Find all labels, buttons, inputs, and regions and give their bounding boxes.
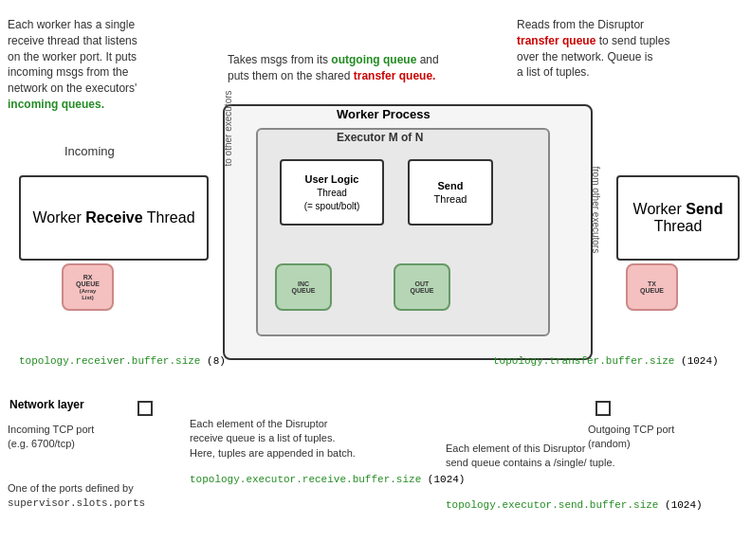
top-middle-annotation: Takes msgs from its outgoing queue and p… — [228, 52, 512, 84]
user-logic-title: User Logic — [305, 173, 359, 185]
disruptor-receive-note: Each element of the Disruptor receive qu… — [190, 417, 427, 461]
worker-send-box: Worker Send Thread — [616, 175, 740, 261]
top-right-annotation: Reads from the Disruptor transfer queue … — [517, 17, 744, 81]
from-other-executors-label: from other executors — [591, 167, 601, 254]
incoming-tcp-label: Incoming TCP port(e.g. 6700/tcp) — [8, 423, 94, 452]
send-thread-title: Send — [438, 180, 464, 191]
to-other-executors-label: to other executors — [223, 90, 233, 166]
rx-queue-label: RXQUEUE(ArrayList) — [76, 274, 100, 300]
receiver-buffer-text: topology.receiver.buffer.size — [19, 355, 200, 367]
user-logic-sub: Thread(= spout/bolt) — [304, 188, 360, 211]
out-queue-label: OUTQUEUE — [411, 280, 434, 294]
executor-title: Executor M of N — [337, 131, 423, 144]
top-left-annotation: Each worker has a single receive thread … — [8, 17, 216, 113]
worker-process-title: Worker Process — [337, 107, 430, 121]
incoming-tcp-text: Incoming TCP port(e.g. 6700/tcp) — [8, 424, 94, 449]
worker-receive-text: Worker Receive Thread — [32, 209, 194, 226]
incoming-label: Incoming — [64, 144, 115, 158]
transfer-buffer-size: topology.transfer.buffer.size (1024) — [493, 355, 719, 367]
executor-send-buffer: topology.executor.send.buffer.size (1024… — [446, 499, 703, 511]
send-thread-sub: Thread — [434, 193, 467, 205]
executor-send-text: topology.executor.send.buffer.size — [446, 499, 658, 511]
user-logic-text: User Logic Thread(= spout/bolt) — [304, 172, 360, 213]
inc-queue-cylinder: INCQUEUE — [275, 263, 332, 311]
network-square-left — [137, 401, 153, 416]
supervisor-slots-text: supervisor.slots.ports — [8, 497, 145, 509]
rx-queue-cylinder: RXQUEUE(ArrayList) — [62, 263, 114, 311]
supervisor-note: One of the ports defined by supervisor.s… — [8, 481, 145, 512]
transfer-queue-right-text: transfer queue — [517, 34, 595, 47]
network-layer-text: Network layer — [9, 398, 84, 411]
executor-receive-buffer: topology.executor.receive.buffer.size (1… — [190, 474, 465, 485]
send-thread-box: Send Thread — [408, 159, 493, 226]
network-square-right — [595, 401, 611, 416]
worker-receive-box: Worker Receive Thread — [19, 175, 209, 261]
transfer-buffer-text: topology.transfer.buffer.size — [493, 355, 674, 367]
transfer-queue-text: transfer queue. — [354, 69, 436, 82]
disruptor-send-note: Each element of this Disruptor send queu… — [446, 442, 730, 471]
send-thread-text: Send Thread — [434, 179, 467, 207]
tx-queue-label: TXQUEUE — [640, 280, 664, 294]
inc-queue-label: INCQUEUE — [292, 280, 316, 294]
worker-send-text: Worker Send Thread — [618, 201, 738, 235]
out-queue-cylinder: OUTQUEUE — [394, 263, 450, 311]
outgoing-queue-text: outgoing queue — [331, 53, 416, 66]
network-layer-label: Network layer — [9, 398, 84, 411]
receiver-buffer-size: topology.receiver.buffer.size (8) — [19, 355, 226, 367]
tx-queue-cylinder: TXQUEUE — [626, 263, 678, 311]
user-logic-box: User Logic Thread(= spout/bolt) — [280, 159, 384, 226]
diagram-page: Worker Process Executor M of N User Logi… — [0, 0, 751, 560]
executor-receive-text: topology.executor.receive.buffer.size — [190, 474, 421, 485]
executor-title-text: Executor M of N — [337, 131, 423, 144]
incoming-queues-text: incoming queues. — [8, 98, 104, 111]
